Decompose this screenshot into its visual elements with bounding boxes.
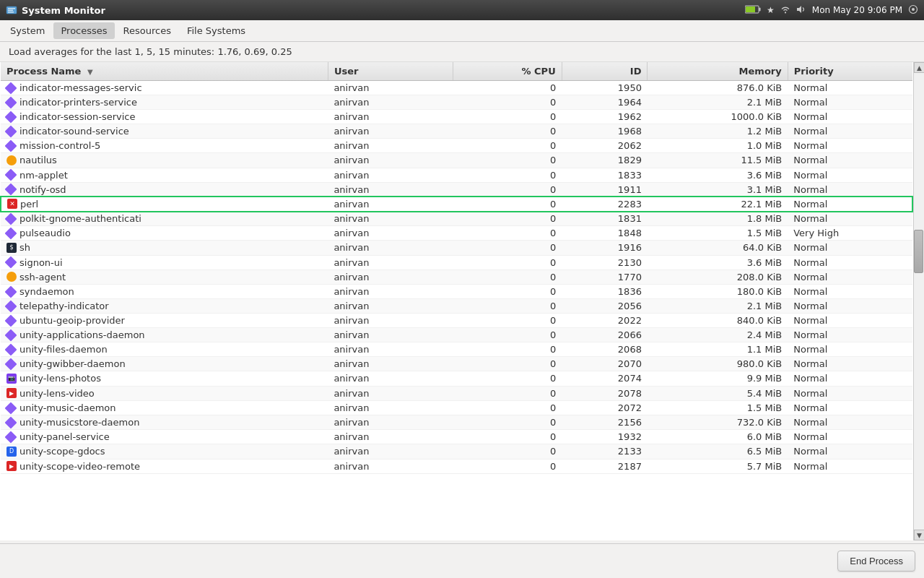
process-cpu: 0 (453, 139, 562, 153)
scrollbar-arrow-down[interactable]: ▼ (914, 530, 924, 540)
process-name: unity-music-daemon (1, 401, 328, 415)
table-row[interactable]: ✕perl anirvan 0 2283 22.1 MiB Normal (1, 197, 912, 212)
process-name: ubuntu-geoip-provider (1, 314, 328, 328)
table-row[interactable]: ubuntu-geoip-provider anirvan 0 2022 840… (1, 314, 912, 328)
process-memory: 11.5 MiB (648, 153, 788, 168)
table-row[interactable]: 📷unity-lens-photos anirvan 0 2074 9.9 Mi… (1, 371, 912, 387)
process-name: unity-gwibber-daemon (1, 357, 328, 371)
process-priority: Normal (788, 212, 912, 226)
process-memory: 2.1 MiB (648, 299, 788, 314)
process-id: 2283 (562, 197, 648, 212)
table-row[interactable]: unity-panel-service anirvan 0 1932 6.0 M… (1, 430, 912, 444)
tab-system[interactable]: System (3, 22, 52, 39)
process-cpu: 0 (453, 81, 562, 95)
tab-resources[interactable]: Resources (116, 22, 178, 39)
table-row[interactable]: unity-files-daemon anirvan 0 2068 1.1 Mi… (1, 342, 912, 357)
process-cpu: 0 (453, 386, 562, 401)
process-memory: 840.0 KiB (648, 314, 788, 328)
process-name: telepathy-indicator (1, 299, 328, 314)
table-row[interactable]: indicator-sound-service anirvan 0 1968 1… (1, 124, 912, 139)
col-priority[interactable]: Priority (788, 62, 912, 81)
col-user[interactable]: User (328, 62, 453, 81)
process-icon (5, 300, 17, 312)
table-row[interactable]: ▶unity-lens-video anirvan 0 2078 5.4 MiB… (1, 386, 912, 401)
process-memory: 1.0 MiB (648, 139, 788, 153)
process-icon-video: ▶ (6, 461, 17, 471)
table-row[interactable]: notify-osd anirvan 0 1911 3.1 MiB Normal (1, 182, 912, 197)
process-cpu: 0 (453, 255, 562, 269)
process-icon-nautilus (6, 155, 17, 165)
process-memory: 3.6 MiB (648, 168, 788, 182)
scrollbar-arrow-up[interactable]: ▲ (914, 62, 924, 73)
table-row[interactable]: unity-gwibber-daemon anirvan 0 2070 980.… (1, 357, 912, 371)
process-icon (5, 314, 17, 327)
table-row[interactable]: unity-applications-daemon anirvan 0 2066… (1, 328, 912, 342)
menubar: System Processes Resources File Systems (0, 20, 924, 42)
col-memory[interactable]: Memory (648, 62, 788, 81)
col-cpu[interactable]: % CPU (453, 62, 562, 81)
process-id: 1829 (562, 153, 648, 168)
process-memory: 3.6 MiB (648, 255, 788, 269)
table-row[interactable]: nautilus anirvan 0 1829 11.5 MiB Normal (1, 153, 912, 168)
process-priority: Normal (788, 197, 912, 212)
table-row[interactable]: indicator-messages-servic anirvan 0 1950… (1, 81, 912, 95)
table-row[interactable]: signon-ui anirvan 0 2130 3.6 MiB Normal (1, 255, 912, 269)
svg-rect-1 (8, 8, 15, 9)
process-icon (5, 184, 17, 196)
bluetooth-icon: ★ (767, 5, 775, 15)
process-user: anirvan (328, 81, 453, 95)
col-id[interactable]: ID (562, 62, 648, 81)
tab-file-systems[interactable]: File Systems (180, 22, 253, 39)
process-name: unity-applications-daemon (1, 328, 328, 342)
titlebar-right: ★ Mon May 20 9:06 PM (745, 4, 918, 17)
process-memory: 1.2 MiB (648, 124, 788, 139)
process-icon (5, 402, 17, 414)
table-row[interactable]: $sh anirvan 0 1916 64.0 KiB Normal (1, 241, 912, 256)
process-cpu: 0 (453, 95, 562, 110)
bottom-bar: End Process (0, 543, 924, 578)
scrollbar-thumb[interactable] (914, 230, 923, 273)
table-row[interactable]: indicator-printers-service anirvan 0 196… (1, 95, 912, 110)
table-row[interactable]: telepathy-indicator anirvan 0 2056 2.1 M… (1, 299, 912, 314)
process-id: 2062 (562, 139, 648, 153)
process-memory: 2.4 MiB (648, 328, 788, 342)
table-row[interactable]: pulseaudio anirvan 0 1848 1.5 MiB Very H… (1, 226, 912, 241)
svg-point-10 (912, 8, 915, 11)
load-average-text: Load averages for the last 1, 5, 15 minu… (9, 46, 292, 57)
table-row[interactable]: unity-musicstore-daemon anirvan 0 2156 7… (1, 415, 912, 430)
process-priority: Normal (788, 430, 912, 444)
process-name: polkit-gnome-authenticati (1, 212, 328, 226)
process-name: notify-osd (1, 182, 328, 197)
table-row[interactable]: ssh-agent anirvan 0 1770 208.0 KiB Norma… (1, 269, 912, 285)
process-priority: Normal (788, 285, 912, 299)
process-icon (5, 329, 17, 341)
process-user: anirvan (328, 212, 453, 226)
scrollbar-track[interactable]: ▲ ▼ (913, 62, 924, 540)
table-scroll[interactable]: Process Name ▼ User % CPU ID (0, 62, 924, 540)
process-priority: Normal (788, 241, 912, 256)
col-process-name[interactable]: Process Name ▼ (1, 62, 328, 81)
table-row[interactable]: unity-music-daemon anirvan 0 2072 1.5 Mi… (1, 401, 912, 415)
process-cpu: 0 (453, 401, 562, 415)
process-user: anirvan (328, 299, 453, 314)
table-row[interactable]: Dunity-scope-gdocs anirvan 0 2133 6.5 Mi… (1, 444, 912, 460)
process-memory: 876.0 KiB (648, 81, 788, 95)
table-row[interactable]: mission-control-5 anirvan 0 2062 1.0 MiB… (1, 139, 912, 153)
process-name: syndaemon (1, 285, 328, 299)
settings-icon[interactable] (908, 4, 918, 17)
table-row[interactable]: syndaemon anirvan 0 1836 180.0 KiB Norma… (1, 285, 912, 299)
table-row[interactable]: polkit-gnome-authenticati anirvan 0 1831… (1, 212, 912, 226)
datetime: Mon May 20 9:06 PM (812, 5, 902, 15)
process-id: 1770 (562, 269, 648, 285)
battery-icon (745, 5, 761, 16)
table-row[interactable]: nm-applet anirvan 0 1833 3.6 MiB Normal (1, 168, 912, 182)
tab-processes[interactable]: Processes (53, 22, 114, 39)
process-cpu: 0 (453, 182, 562, 197)
table-row[interactable]: indicator-session-service anirvan 0 1962… (1, 110, 912, 124)
end-process-button[interactable]: End Process (837, 551, 915, 571)
process-user: anirvan (328, 269, 453, 285)
table-row[interactable]: ▶unity-scope-video-remote anirvan 0 2187… (1, 459, 912, 474)
process-user: anirvan (328, 342, 453, 357)
process-icon (5, 82, 17, 94)
process-id: 1848 (562, 226, 648, 241)
